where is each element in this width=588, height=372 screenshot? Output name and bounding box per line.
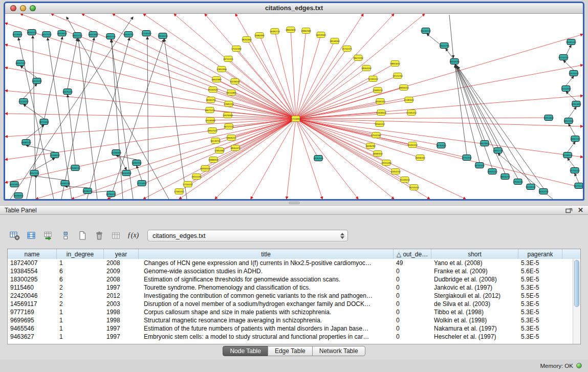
table-mode-icon[interactable] [59, 229, 72, 242]
graph-node[interactable]: 14992912 [132, 160, 142, 166]
zoom-window-icon[interactable] [30, 5, 36, 11]
graph-node[interactable]: 12610712 [123, 32, 134, 37]
graph-node[interactable]: 17240312 [141, 31, 152, 36]
graph-node[interactable]: 11505412 [406, 110, 417, 116]
graph-node[interactable]: 17756412 [570, 168, 580, 173]
graph-node[interactable]: 19721752 [393, 73, 403, 79]
table-row[interactable]: 977716911998Corpus callosum shape and si… [8, 308, 573, 316]
table-settings-icon[interactable] [8, 229, 21, 242]
table-selector[interactable]: citations_edges.txt [147, 230, 348, 242]
table-row[interactable]: 1872400712008Changes of HCN gene express… [8, 259, 573, 267]
graph-node[interactable]: 26089512 [21, 140, 32, 145]
graph-node[interactable]: 12100512 [562, 152, 573, 158]
table-row[interactable]: 946554611997Estimation of the future num… [8, 324, 573, 333]
function-builder-icon[interactable]: ƒ(x) [126, 229, 140, 242]
graph-node[interactable]: 18263471 [230, 145, 241, 151]
graph-node[interactable]: 16263812 [9, 182, 20, 187]
graph-node[interactable]: 19184545 [313, 156, 324, 161]
graph-node[interactable]: 16531412 [32, 78, 42, 84]
graph-node[interactable]: 16263712 [538, 189, 549, 194]
close-window-icon[interactable] [10, 5, 16, 11]
graph-node[interactable]: 15260612 [50, 152, 60, 158]
graph-node[interactable]: 14343912 [561, 86, 572, 92]
graph-node[interactable]: 19565312 [375, 121, 385, 127]
graph-node[interactable]: 18304751 [206, 97, 216, 103]
graph-node[interactable]: 15047812 [88, 32, 99, 37]
graph-node[interactable]: 19880931 [208, 157, 219, 163]
graph-node[interactable]: 16130742 [210, 138, 221, 144]
graph-node[interactable]: 19506112 [70, 165, 81, 171]
graph-node[interactable]: 19644794 [439, 43, 450, 49]
graph-node[interactable]: 19151391 [191, 174, 202, 180]
graph-node[interactable]: 18992412 [105, 34, 116, 39]
graph-node[interactable]: 20357512 [15, 60, 26, 66]
graph-node[interactable]: 18723412 [39, 119, 50, 125]
graph-node[interactable]: 14236542 [230, 79, 241, 84]
graph-node[interactable]: 10921512 [563, 118, 574, 124]
minimize-window-icon[interactable] [20, 5, 26, 11]
column-header-in-degree[interactable]: in_degree [57, 249, 104, 259]
graph-node[interactable]: 17046412 [513, 179, 524, 185]
column-header-title[interactable]: title [139, 249, 394, 259]
graph-node[interactable]: 18306012 [13, 193, 24, 199]
graph-node[interactable]: 19203522 [208, 87, 219, 93]
graph-node[interactable]: 18664042 [286, 27, 296, 33]
column-header-year[interactable]: year [104, 249, 139, 259]
graph-node[interactable]: 22040632 [376, 110, 387, 116]
graph-node[interactable]: 18262601 [242, 37, 252, 42]
graph-node[interactable]: 16263912 [121, 170, 132, 176]
graph-node[interactable]: 19846211 [226, 135, 237, 141]
graph-node[interactable]: 17154312 [183, 182, 193, 187]
delete-table-icon[interactable] [93, 229, 106, 242]
table-row[interactable]: 946362711997Embryonic stem cells: a mode… [8, 333, 573, 341]
graph-node[interactable]: 16244412 [409, 185, 420, 190]
tab-network-table[interactable]: Network Table [312, 346, 365, 356]
table-row[interactable]: 2242004622012Investigating the contribut… [8, 292, 573, 300]
network-canvas[interactable]: 1826260117342402207224111785195016642082… [5, 14, 583, 199]
graph-node[interactable]: 10674192 [353, 55, 364, 61]
graph-node[interactable]: 18164232 [361, 65, 372, 71]
graph-node[interactable]: 12104312 [368, 76, 379, 82]
column-header-pagerank[interactable]: pagerank [518, 249, 562, 259]
select-columns-icon[interactable] [25, 229, 38, 242]
graph-node[interactable]: 16772412 [574, 183, 583, 189]
graph-node[interactable]: 18794912 [436, 143, 447, 148]
tab-node-table[interactable]: Node Table [223, 346, 268, 356]
graph-node[interactable]: 19648794 [449, 59, 460, 64]
graph-node[interactable]: 25206050 [111, 150, 122, 156]
graph-node[interactable]: 16596782 [365, 143, 376, 149]
graph-node[interactable]: 16046412 [415, 155, 426, 161]
graph-node[interactable]: 12954742 [390, 169, 401, 174]
graph-node[interactable]: 15953812 [571, 101, 582, 107]
graph-node[interactable]: 17854902 [214, 148, 225, 154]
graph-node[interactable]: 17081152 [224, 101, 234, 107]
table-scrollbar-thumb[interactable] [574, 260, 579, 307]
graph-node[interactable]: 16919941 [316, 32, 326, 38]
graph-node[interactable]: 18265412 [27, 30, 37, 35]
graph-node[interactable]: 20704212 [106, 191, 117, 197]
graph-node[interactable]: 14544312 [569, 71, 579, 76]
graph-node[interactable]: 22082991 [254, 33, 265, 38]
float-panel-icon[interactable] [565, 207, 573, 213]
graph-node[interactable]: 16959412 [200, 166, 211, 171]
graph-node[interactable]: 1724094 [291, 116, 300, 122]
table-row[interactable]: 969969511998Structural magnetic resonanc… [8, 316, 573, 324]
graph-node[interactable]: 17364412 [174, 189, 185, 194]
graph-node[interactable]: 20105312 [375, 99, 386, 104]
graph-node[interactable]: 16476412 [62, 89, 73, 95]
graph-node[interactable]: 19556212 [158, 33, 168, 39]
graph-node[interactable]: 15339412 [400, 177, 410, 183]
citation-network-graph[interactable]: 1826260117342402207224111785195016642082… [5, 14, 583, 199]
graph-node[interactable]: 17851950 [216, 67, 227, 72]
graph-node[interactable]: 26067412 [570, 136, 581, 142]
graph-node[interactable]: 16481112 [270, 29, 280, 34]
table-row[interactable]: 1938455462009Genome-wide association stu… [8, 267, 573, 275]
graph-node[interactable]: 17542102 [371, 133, 382, 138]
tab-edge-table[interactable]: Edge Table [268, 346, 313, 356]
graph-node[interactable]: 92734112 [558, 55, 569, 60]
import-column-icon[interactable] [42, 229, 55, 242]
graph-node[interactable]: 15905312 [60, 181, 71, 186]
graph-node[interactable]: 18306212 [82, 188, 93, 194]
graph-node[interactable]: 92450412 [526, 184, 536, 190]
graph-node[interactable]: 15742471 [342, 46, 353, 52]
